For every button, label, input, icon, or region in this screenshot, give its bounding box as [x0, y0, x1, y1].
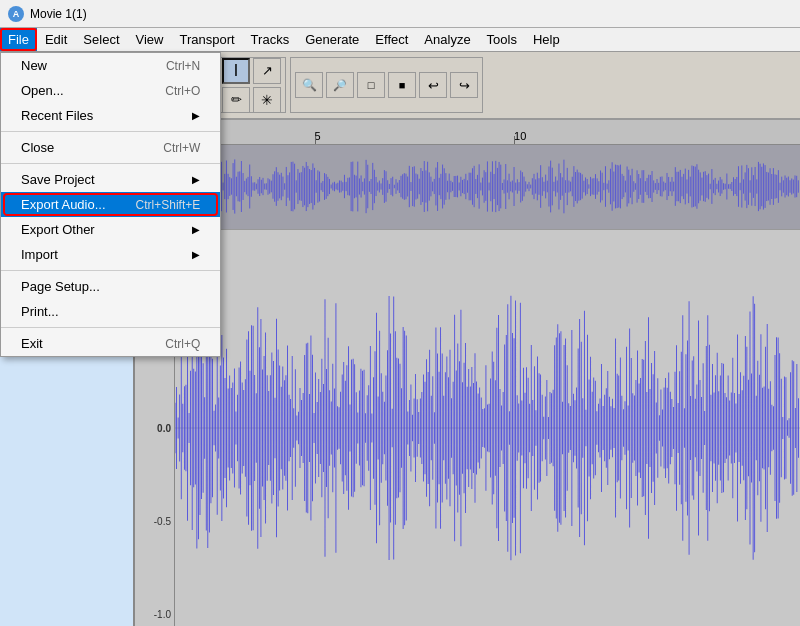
- menu-help[interactable]: Help: [525, 28, 568, 51]
- btn-zoom-sel[interactable]: ■: [388, 72, 416, 98]
- menu-exit[interactable]: Exit Ctrl+Q: [1, 331, 220, 356]
- menu-import[interactable]: Import ▶: [1, 242, 220, 267]
- btn-zoom-out[interactable]: 🔎: [326, 72, 354, 98]
- title-bar: A Movie 1(1): [0, 0, 800, 28]
- y-label-n05: -0.5: [138, 516, 171, 527]
- menu-effect[interactable]: Effect: [367, 28, 416, 51]
- menu-edit[interactable]: Edit: [37, 28, 75, 51]
- menu-select[interactable]: Select: [75, 28, 127, 51]
- menu-tools[interactable]: Tools: [479, 28, 525, 51]
- separator-4: [1, 327, 220, 328]
- menu-export-audio[interactable]: Export Audio... Ctrl+Shift+E: [1, 192, 220, 217]
- tool-select[interactable]: ↗: [253, 58, 281, 84]
- separator-1: [1, 131, 220, 132]
- btn-redo[interactable]: ↪: [450, 72, 478, 98]
- y-label-0: 0.0: [138, 423, 171, 434]
- tools-section: I ↗ ✏ ✳: [217, 57, 286, 113]
- y-label-n1: -1.0: [138, 609, 171, 620]
- menu-save-project[interactable]: Save Project ▶: [1, 167, 220, 192]
- timeline-ruler: 5 10: [135, 120, 800, 144]
- menu-open[interactable]: Open... Ctrl+O: [1, 78, 220, 103]
- file-dropdown: New Ctrl+N Open... Ctrl+O Recent Files ▶…: [0, 52, 221, 357]
- waveform-svg-2: [175, 230, 800, 626]
- btn-zoom-in[interactable]: 🔍: [295, 72, 323, 98]
- menu-file[interactable]: File: [0, 28, 37, 51]
- menu-generate[interactable]: Generate: [297, 28, 367, 51]
- ruler-tick-10: 10: [514, 130, 526, 142]
- menu-tracks[interactable]: Tracks: [243, 28, 298, 51]
- tool-cursor[interactable]: I: [222, 58, 250, 84]
- track-waveform-2[interactable]: [175, 230, 800, 626]
- menu-view[interactable]: View: [128, 28, 172, 51]
- track-waveform-1[interactable]: // Will be generated inline: [135, 145, 800, 229]
- btn-zoom-fit[interactable]: □: [357, 72, 385, 98]
- menu-close[interactable]: Close Ctrl+W: [1, 135, 220, 160]
- menu-bar: File Edit Select View Transport Tracks G…: [0, 28, 800, 52]
- menu-print[interactable]: Print...: [1, 299, 220, 324]
- tool-draw[interactable]: ✏: [222, 87, 250, 113]
- menu-page-setup[interactable]: Page Setup...: [1, 274, 220, 299]
- menu-recent-files[interactable]: Recent Files ▶: [1, 103, 220, 128]
- zoom-section: 🔍 🔎 □ ■ ↩ ↪: [290, 57, 483, 113]
- menu-analyze[interactable]: Analyze: [416, 28, 478, 51]
- window-title: Movie 1(1): [30, 7, 87, 21]
- separator-2: [1, 163, 220, 164]
- menu-export-other[interactable]: Export Other ▶: [1, 217, 220, 242]
- app-icon: A: [8, 6, 24, 22]
- menu-new[interactable]: New Ctrl+N: [1, 53, 220, 78]
- btn-undo[interactable]: ↩: [419, 72, 447, 98]
- waveform-svg-1: // Will be generated inline: [135, 145, 800, 229]
- tool-multitool[interactable]: ✳: [253, 87, 281, 113]
- separator-3: [1, 270, 220, 271]
- menu-transport[interactable]: Transport: [171, 28, 242, 51]
